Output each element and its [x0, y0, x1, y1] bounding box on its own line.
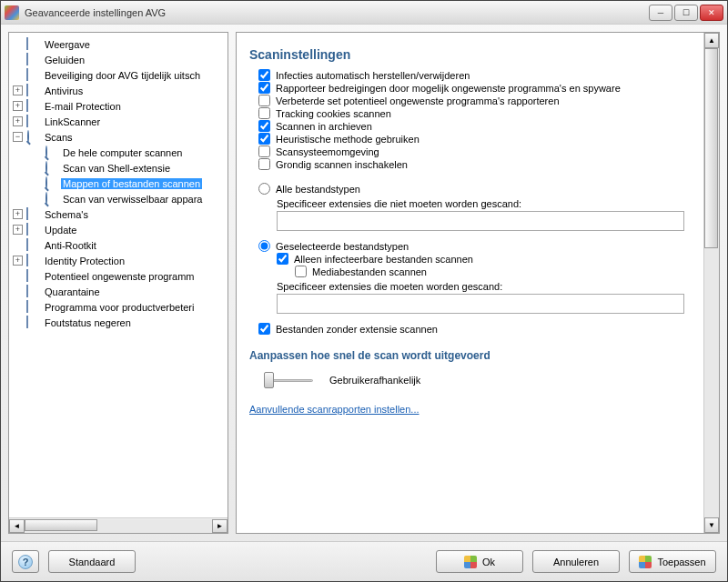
tree-item[interactable]: Geluiden: [9, 52, 228, 67]
tree-item-label: Scan van Shell-extensie: [61, 163, 172, 174]
apply-button[interactable]: Toepassen: [629, 550, 716, 573]
minimize-button[interactable]: ─: [649, 5, 672, 21]
scan-option-label: Scansysteemomgeving: [276, 146, 379, 157]
tree-item[interactable]: Potentieel ongewenste programm: [9, 268, 228, 284]
vscroll-track[interactable]: [704, 48, 719, 517]
scroll-down-button[interactable]: ▼: [704, 517, 719, 533]
no-ext-checkbox[interactable]: [258, 323, 270, 335]
hscroll-thumb[interactable]: [25, 519, 97, 531]
scan-option-checkbox[interactable]: [258, 95, 270, 106]
nav-tree-panel: WeergaveGeluidenBeveiliging door AVG tij…: [8, 32, 228, 534]
tree-item[interactable]: Weergave: [9, 36, 228, 52]
settings-window: Geavanceerde instellingen AVG ─ ☐ ✕ Weer…: [0, 0, 728, 582]
scan-option-row[interactable]: Tracking cookies scannen: [258, 107, 701, 119]
expand-icon[interactable]: +: [13, 85, 23, 95]
expand-icon[interactable]: +: [13, 256, 23, 266]
maximize-button[interactable]: ☐: [674, 5, 698, 21]
no-ext-row[interactable]: Bestanden zonder extensie scannen: [258, 323, 701, 335]
collapse-icon[interactable]: −: [13, 132, 23, 142]
scan-option-row[interactable]: Scannen in archieven: [258, 120, 701, 132]
scan-option-row[interactable]: Rapporteer bedreigingen door mogelijk on…: [258, 82, 701, 94]
exclude-ext-input[interactable]: [277, 211, 684, 231]
radio-selected-filetypes[interactable]: Geselecteerde bestandstypen: [258, 240, 701, 252]
section-title: Scaninstellingen: [249, 47, 701, 62]
scan-option-row[interactable]: Grondig scannen inschakelen: [258, 158, 701, 170]
media-files-label: Mediabestanden scannen: [312, 266, 427, 277]
vscroll-thumb[interactable]: [704, 48, 718, 248]
scan-option-checkbox[interactable]: [258, 82, 270, 94]
radio-all-input[interactable]: [258, 183, 270, 195]
only-infectable-checkbox[interactable]: [277, 253, 288, 265]
scan-option-row[interactable]: Verbeterde set potentieel ongewenste pro…: [258, 95, 701, 106]
tree-item[interactable]: Foutstatus negeren: [9, 315, 228, 330]
settings-panel: Scaninstellingen Infecties automatisch h…: [236, 32, 720, 534]
scan-option-checkbox[interactable]: [258, 69, 270, 81]
cancel-button[interactable]: Annuleren: [532, 550, 620, 573]
tree-item-label: Mappen of bestanden scannen: [61, 178, 202, 189]
radio-selected-input[interactable]: [258, 240, 270, 252]
main-vscrollbar[interactable]: ▲ ▼: [703, 33, 719, 533]
scroll-up-button[interactable]: ▲: [704, 33, 719, 48]
settings-box-icon: [26, 115, 39, 128]
magnifier-icon: [45, 146, 57, 159]
scroll-left-button[interactable]: ◄: [9, 519, 25, 533]
scan-option-label: Grondig scannen inschakelen: [276, 159, 408, 170]
tree-item[interactable]: Programma voor productverbeteri: [9, 299, 228, 315]
tree-item[interactable]: +Identity Protection: [9, 253, 228, 268]
settings-box-icon: [26, 85, 39, 97]
scan-option-checkbox[interactable]: [258, 107, 270, 119]
tree-item-label: De hele computer scannen: [61, 147, 184, 158]
tree-item[interactable]: +E-mail Protection: [9, 98, 228, 114]
settings-box-icon: [26, 255, 39, 267]
tree-item[interactable]: −Scans: [9, 129, 228, 145]
expand-icon[interactable]: +: [13, 225, 23, 235]
radio-all-filetypes[interactable]: Alle bestandstypen: [258, 183, 701, 195]
tree-item[interactable]: +LinkScanner: [9, 114, 228, 129]
hscroll-track[interactable]: [25, 519, 212, 533]
help-button[interactable]: ?: [12, 550, 39, 573]
expand-icon[interactable]: +: [13, 116, 23, 126]
tree-item[interactable]: Anti-Rootkit: [9, 237, 228, 253]
include-ext-input[interactable]: [277, 294, 684, 314]
tree-item[interactable]: +Antivirus: [9, 83, 228, 98]
settings-box-icon: [26, 301, 39, 314]
tree-hscrollbar[interactable]: ◄ ►: [9, 517, 228, 533]
tree-item[interactable]: Quarantaine: [9, 284, 228, 299]
scan-option-row[interactable]: Scansysteemomgeving: [258, 146, 701, 157]
scan-option-label: Tracking cookies scannen: [276, 108, 391, 119]
scroll-right-button[interactable]: ►: [212, 519, 228, 533]
tree-item[interactable]: Beveiliging door AVG tijdelijk uitsch: [9, 67, 228, 83]
default-button[interactable]: Standaard: [48, 550, 136, 573]
tree-item[interactable]: De hele computer scannen: [9, 145, 228, 160]
scan-speed-slider[interactable]: [264, 369, 313, 391]
titlebar[interactable]: Geavanceerde instellingen AVG ─ ☐ ✕: [1, 1, 727, 25]
tree-item[interactable]: +Update: [9, 222, 228, 237]
scan-option-checkbox[interactable]: [258, 133, 270, 145]
tree-item[interactable]: Mappen of bestanden scannen: [9, 176, 228, 191]
scan-option-checkbox[interactable]: [258, 120, 270, 132]
settings-box-icon: [26, 239, 39, 252]
scan-option-row[interactable]: Infecties automatisch herstellen/verwijd…: [258, 69, 701, 81]
tree-item-label: Schema's: [43, 209, 90, 220]
only-infectable-row[interactable]: Alleen infecteerbare bestanden scannen: [277, 253, 701, 265]
additional-reports-link[interactable]: Aanvullende scanrapporten instellen...: [249, 404, 420, 415]
scan-option-row[interactable]: Heuristische methode gebruiken: [258, 133, 701, 145]
media-files-checkbox[interactable]: [295, 266, 307, 277]
ok-button[interactable]: Ok: [436, 550, 523, 573]
scan-option-checkbox[interactable]: [258, 146, 270, 157]
tree-item-label: Identity Protection: [43, 256, 126, 266]
tree-item[interactable]: +Schema's: [9, 206, 228, 222]
tree-item[interactable]: Scan van verwisselbaar appara: [9, 191, 228, 206]
tree-item-label: Update: [43, 225, 78, 236]
expand-icon[interactable]: +: [13, 209, 23, 219]
tree-item[interactable]: Scan van Shell-extensie: [9, 160, 228, 176]
expand-icon[interactable]: +: [13, 101, 23, 111]
scan-option-label: Heuristische methode gebruiken: [276, 134, 420, 145]
scan-option-label: Rapporteer bedreigingen door mogelijk on…: [276, 83, 621, 94]
scan-option-checkbox[interactable]: [258, 158, 270, 170]
close-button[interactable]: ✕: [700, 5, 723, 21]
nav-tree[interactable]: WeergaveGeluidenBeveiliging door AVG tij…: [9, 33, 228, 517]
media-files-row[interactable]: Mediabestanden scannen: [295, 266, 701, 277]
avg-icon: [464, 556, 477, 568]
settings-box-icon: [26, 38, 39, 51]
